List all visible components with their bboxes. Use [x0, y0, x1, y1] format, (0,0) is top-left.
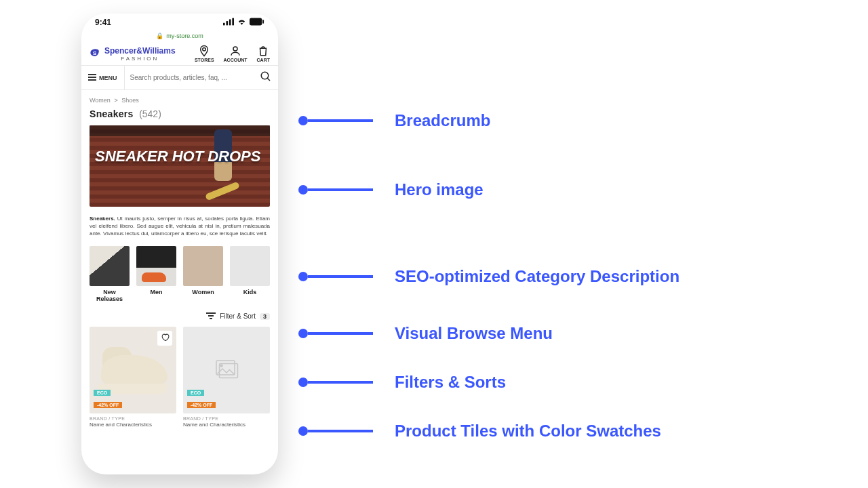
- store-header: S Spencer&Williams FASHION STORES ACCOUN…: [81, 41, 278, 66]
- browse-thumb: [90, 246, 130, 286]
- browse-item-kids[interactable]: Kids: [230, 246, 270, 302]
- menu-button[interactable]: MENU: [81, 66, 125, 89]
- browse-thumb: [183, 246, 223, 286]
- battery-icon: [250, 18, 264, 28]
- product-tile[interactable]: ECO -42% OFF BRAND / TYPE Name and Chara…: [183, 327, 270, 428]
- filter-icon: [206, 312, 216, 321]
- browse-thumb: [136, 246, 176, 286]
- seo-body: Ut mauris justo, semper in risus at, sod…: [90, 216, 270, 237]
- status-indicators: [223, 18, 264, 28]
- search-icon: [260, 70, 272, 85]
- brand-logo[interactable]: S Spencer&Williams FASHION: [90, 46, 176, 62]
- brand-name: Spencer&Williams: [104, 46, 176, 56]
- search-row: MENU: [81, 66, 278, 90]
- status-bar: 9:41: [81, 14, 278, 31]
- location-pin-icon: [198, 45, 210, 58]
- eco-badge: ECO: [187, 390, 204, 396]
- category-count: (542): [139, 108, 161, 119]
- wifi-icon: [237, 18, 247, 28]
- cart-label: CART: [257, 58, 270, 62]
- browse-thumb: [230, 246, 270, 286]
- callout-line: [308, 119, 373, 122]
- annotation-callout: Filters & Sorts: [298, 373, 506, 392]
- browse-label: Men: [136, 289, 176, 296]
- account-button[interactable]: ACCOUNT: [224, 45, 248, 62]
- discount-badge: -42% OFF: [187, 402, 216, 408]
- browse-item-men[interactable]: Men: [136, 246, 176, 302]
- callout-label: SEO-optimized Category Description: [395, 267, 679, 286]
- annotation-callout: SEO-optimized Category Description: [298, 267, 679, 286]
- svg-rect-2: [229, 19, 231, 25]
- brand-subtitle: FASHION: [104, 56, 176, 62]
- heart-icon: [161, 332, 170, 344]
- callout-dot-icon: [298, 378, 308, 387]
- filter-count-badge: 3: [260, 313, 270, 320]
- product-brand-type: BRAND / TYPE: [90, 416, 176, 421]
- annotation-callout: Breadcrumb: [298, 111, 490, 130]
- category-title: Sneakers (542): [90, 108, 270, 120]
- status-time: 9:41: [95, 18, 111, 27]
- seo-lead: Sneakers.: [90, 216, 115, 222]
- hero-image[interactable]: SNEAKER HOT DROPS: [90, 125, 270, 207]
- browse-item-women[interactable]: Women: [183, 246, 223, 302]
- svg-point-7: [233, 47, 237, 51]
- svg-rect-0: [223, 22, 225, 25]
- product-image: ECO -42% OFF: [183, 327, 270, 413]
- annotation-callout: Visual Browse Menu: [298, 324, 553, 343]
- stores-label: STORES: [195, 58, 214, 62]
- eco-badge: ECO: [94, 390, 111, 396]
- wishlist-button[interactable]: [157, 331, 172, 346]
- callout-label: Breadcrumb: [395, 111, 490, 130]
- browse-label: New Releases: [90, 289, 130, 302]
- product-image: ECO -42% OFF: [90, 327, 176, 413]
- product-name: Name and Characteristics: [90, 422, 176, 428]
- callout-dot-icon: [298, 426, 308, 436]
- callout-line: [308, 430, 373, 432]
- address-domain: my-store.com: [166, 33, 203, 39]
- product-tile[interactable]: ECO -42% OFF BRAND / TYPE Name and Chara…: [90, 327, 176, 428]
- callout-line: [308, 275, 373, 278]
- visual-browse-menu: New Releases Men Women Kids: [90, 246, 270, 302]
- annotation-callout: Hero image: [298, 180, 484, 199]
- breadcrumb[interactable]: Women > Shoes: [90, 97, 270, 104]
- callout-label: Visual Browse Menu: [395, 324, 553, 343]
- svg-rect-1: [226, 21, 228, 25]
- product-brand-type: BRAND / TYPE: [183, 416, 270, 421]
- breadcrumb-separator: >: [114, 97, 117, 104]
- annotation-callouts: BreadcrumbHero imageSEO-optimized Catego…: [298, 0, 854, 488]
- filter-sort-bar[interactable]: Filter & Sort 3: [90, 312, 270, 321]
- shopping-bag-icon: [257, 45, 269, 58]
- cart-button[interactable]: CART: [257, 45, 270, 62]
- svg-rect-4: [250, 18, 262, 25]
- address-bar[interactable]: 🔒 my-store.com: [81, 31, 278, 41]
- callout-dot-icon: [298, 116, 308, 125]
- browse-label: Women: [183, 289, 223, 296]
- svg-text:S: S: [93, 50, 97, 56]
- callout-label: Hero image: [395, 180, 484, 199]
- annotation-callout: Product Tiles with Color Swatches: [298, 422, 661, 441]
- browse-label: Kids: [230, 289, 270, 296]
- stores-button[interactable]: STORES: [195, 45, 214, 62]
- browse-item-new-releases[interactable]: New Releases: [90, 246, 130, 302]
- product-name: Name and Characteristics: [183, 422, 270, 428]
- callout-line: [308, 188, 373, 191]
- search-button[interactable]: [254, 70, 278, 85]
- svg-point-10: [220, 364, 223, 367]
- svg-point-8: [261, 72, 269, 79]
- filter-sort-label: Filter & Sort: [220, 312, 256, 320]
- signal-icon: [223, 18, 234, 28]
- breadcrumb-level-2[interactable]: Shoes: [121, 97, 139, 104]
- svg-rect-3: [232, 18, 234, 25]
- callout-label: Product Tiles with Color Swatches: [395, 422, 661, 441]
- callout-dot-icon: [298, 329, 308, 338]
- hamburger-icon: [88, 74, 96, 82]
- callout-dot-icon: [298, 272, 308, 281]
- category-name: Sneakers: [90, 108, 134, 119]
- hero-headline: SNEAKER HOT DROPS: [95, 148, 263, 164]
- search-input[interactable]: [125, 74, 254, 81]
- callout-line: [308, 381, 373, 384]
- seo-description: Sneakers. Ut mauris justo, semper in ris…: [90, 215, 270, 238]
- lock-icon: 🔒: [156, 33, 163, 39]
- phone-mockup: 9:41 🔒 my-store.com S Spencer&Williams F…: [81, 14, 278, 474]
- breadcrumb-level-1[interactable]: Women: [90, 97, 111, 104]
